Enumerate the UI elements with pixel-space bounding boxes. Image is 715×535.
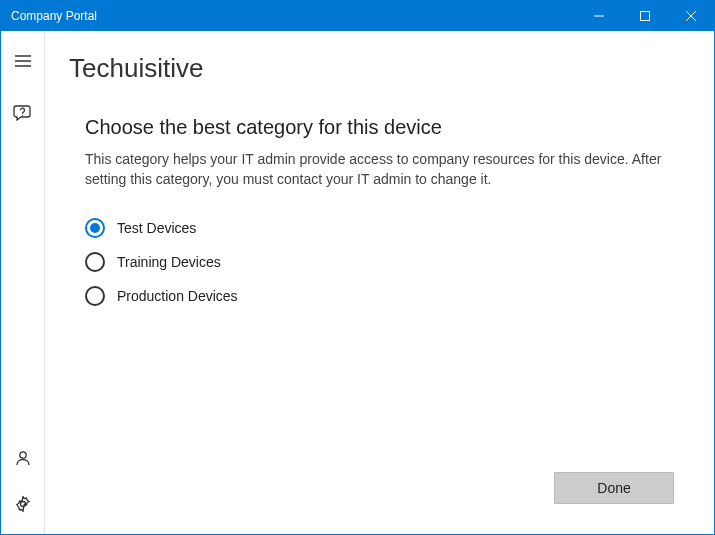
footer: Done: [554, 472, 674, 504]
radio-label: Training Devices: [117, 254, 221, 270]
window-body: Techuisitive Choose the best category fo…: [1, 31, 714, 534]
done-button[interactable]: Done: [554, 472, 674, 504]
radio-option-training-devices[interactable]: Training Devices: [85, 252, 674, 272]
page-title: Techuisitive: [45, 31, 714, 84]
minimize-icon: [594, 11, 604, 21]
svg-point-7: [21, 115, 22, 116]
category-radio-group: Test Devices Training Devices Production…: [85, 218, 674, 306]
titlebar: Company Portal: [1, 1, 714, 31]
category-section: Choose the best category for this device…: [45, 84, 714, 306]
person-icon: [14, 449, 32, 467]
sidebar: [1, 31, 45, 534]
maximize-icon: [640, 11, 650, 21]
help-button[interactable]: [1, 97, 45, 129]
profile-button[interactable]: [1, 442, 45, 474]
section-description: This category helps your IT admin provid…: [85, 149, 665, 190]
settings-button[interactable]: [1, 488, 45, 520]
svg-point-8: [19, 452, 25, 458]
radio-label: Production Devices: [117, 288, 238, 304]
radio-option-test-devices[interactable]: Test Devices: [85, 218, 674, 238]
radio-circle-icon: [85, 286, 105, 306]
radio-circle-icon: [85, 252, 105, 272]
radio-option-production-devices[interactable]: Production Devices: [85, 286, 674, 306]
hamburger-icon: [15, 55, 31, 67]
radio-dot-icon: [90, 223, 100, 233]
minimize-button[interactable]: [576, 1, 622, 31]
svg-rect-1: [641, 12, 650, 21]
radio-label: Test Devices: [117, 220, 196, 236]
window-title: Company Portal: [1, 9, 576, 23]
radio-circle-icon: [85, 218, 105, 238]
gear-icon: [14, 495, 32, 513]
sidebar-bottom: [1, 442, 44, 534]
sidebar-spacer: [1, 129, 44, 442]
sidebar-top: [1, 31, 44, 129]
app-window: Company Portal: [0, 0, 715, 535]
hamburger-button[interactable]: [1, 45, 45, 77]
close-icon: [686, 11, 696, 21]
main-content: Techuisitive Choose the best category fo…: [45, 31, 714, 534]
close-button[interactable]: [668, 1, 714, 31]
maximize-button[interactable]: [622, 1, 668, 31]
section-heading: Choose the best category for this device: [85, 116, 674, 139]
chat-help-icon: [13, 103, 33, 123]
